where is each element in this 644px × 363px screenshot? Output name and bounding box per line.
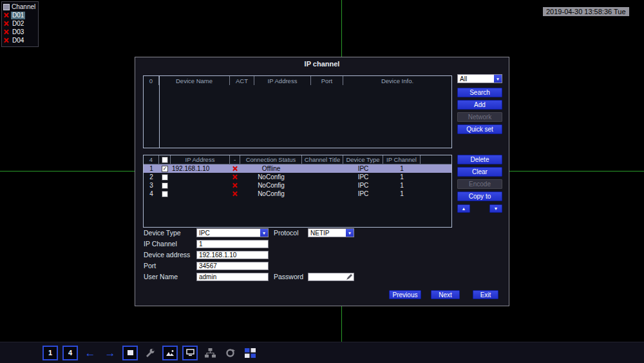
row-checkbox[interactable] bbox=[159, 191, 171, 197]
row-ip-channel: 1 bbox=[383, 173, 421, 181]
channel-item-d01[interactable]: D01 bbox=[3, 11, 37, 19]
col-header-ip-channel: IP Channel bbox=[383, 155, 421, 164]
channel-panel-header: Channel bbox=[3, 3, 37, 11]
display-button[interactable] bbox=[182, 345, 198, 360]
port-label: Port bbox=[144, 262, 156, 270]
user-name-input[interactable] bbox=[196, 273, 269, 281]
password-edit-icon bbox=[346, 274, 352, 280]
channel-item-label: D01 bbox=[11, 12, 25, 19]
table-column-divider bbox=[159, 76, 160, 148]
row-ip-channel: 1 bbox=[383, 165, 421, 172]
col-header-ip-address: IP Address bbox=[254, 76, 311, 85]
move-up-button[interactable]: ▲ bbox=[457, 204, 470, 213]
device-type-value: IPC bbox=[197, 230, 260, 237]
channel-panel: Channel D01 D02 D03 D04 bbox=[1, 1, 39, 47]
status-x-icon bbox=[230, 191, 240, 197]
protocol-dropdown[interactable]: NETIP ▼ bbox=[308, 228, 354, 237]
ip-channel-input[interactable] bbox=[196, 240, 269, 248]
checkbox-icon bbox=[162, 182, 168, 189]
move-down-button[interactable]: ▼ bbox=[489, 204, 502, 213]
add-button[interactable]: Add bbox=[457, 100, 502, 110]
device-list-table: 4 IP Address - Connection Status Channel… bbox=[143, 155, 452, 228]
port-input[interactable] bbox=[196, 262, 269, 270]
multi-window-button[interactable] bbox=[242, 345, 258, 360]
row-number: 4 bbox=[144, 190, 159, 197]
next-channel-button[interactable]: → bbox=[102, 345, 118, 360]
protocol-label: Protocol bbox=[274, 229, 299, 237]
device-row[interactable]: 1 ✓ 192.168.1.10 Offline IPC 1 bbox=[144, 164, 451, 173]
previous-button[interactable]: Previous bbox=[389, 290, 421, 299]
clear-button[interactable]: Clear bbox=[457, 167, 502, 177]
single-screen-button[interactable]: 1 bbox=[43, 345, 58, 360]
delete-button[interactable]: Delete bbox=[457, 155, 502, 164]
col-header-port: Port bbox=[311, 76, 343, 85]
x-icon bbox=[232, 166, 238, 172]
network-button: Network bbox=[457, 112, 502, 122]
quad-screen-button[interactable]: 4 bbox=[62, 345, 78, 360]
col-header-channel-title: Channel Title bbox=[302, 155, 343, 164]
bottom-toolbar: 1 4 ← → bbox=[0, 342, 644, 363]
tools-icon bbox=[145, 348, 155, 358]
device-row[interactable]: 2 NoConfig IPC 1 bbox=[144, 173, 451, 181]
row-checkbox[interactable]: ✓ bbox=[159, 166, 171, 172]
device-row[interactable]: 4 NoConfig IPC 1 bbox=[144, 190, 451, 198]
status-x-icon bbox=[230, 174, 240, 180]
col-header-device-type: Device Type bbox=[343, 155, 383, 164]
row-device-type: IPC bbox=[343, 173, 383, 181]
fullscreen-button[interactable] bbox=[122, 345, 138, 360]
device-address-input[interactable] bbox=[196, 251, 269, 259]
x-icon bbox=[232, 182, 238, 188]
select-all-checkbox[interactable] bbox=[159, 155, 171, 164]
col-header-device-name: Device Name bbox=[159, 76, 230, 85]
quick-set-button[interactable]: Quick set bbox=[457, 124, 502, 134]
row-ip-channel: 1 bbox=[383, 182, 421, 189]
network-button[interactable] bbox=[202, 345, 218, 360]
offline-x-icon bbox=[4, 21, 9, 26]
device-type-label: Device Type bbox=[144, 229, 181, 237]
row-checkbox[interactable] bbox=[159, 182, 171, 189]
ip-channel-label: IP Channel bbox=[144, 240, 177, 248]
search-button[interactable]: Search bbox=[457, 88, 502, 97]
status-x-icon bbox=[230, 166, 240, 172]
row-ip-address: 192.168.1.10 bbox=[171, 165, 230, 172]
copy-to-button[interactable]: Copy to bbox=[457, 191, 502, 201]
checkbox-icon bbox=[162, 191, 168, 197]
row-connection-status: NoConfig bbox=[240, 182, 302, 189]
offline-x-icon bbox=[4, 12, 9, 18]
snapshot-button[interactable] bbox=[162, 345, 178, 360]
channel-item-d04[interactable]: D04 bbox=[3, 36, 37, 44]
quad-screen-icon: 4 bbox=[62, 346, 78, 360]
image-icon bbox=[162, 346, 178, 360]
chevron-down-icon: ▼ bbox=[346, 229, 354, 237]
ip-channel-dialog: IP channel 0 Device Name ACT IP Address … bbox=[135, 57, 509, 306]
channel-panel-title: Channel bbox=[12, 3, 35, 10]
col-header-status-icon: - bbox=[230, 155, 240, 164]
tour-button[interactable] bbox=[222, 345, 238, 360]
device-row[interactable]: 3 NoConfig IPC 1 bbox=[144, 181, 451, 190]
device-type-dropdown[interactable]: IPC ▼ bbox=[196, 228, 269, 237]
tools-button[interactable] bbox=[142, 345, 158, 360]
x-icon bbox=[232, 174, 238, 180]
status-x-icon bbox=[230, 182, 240, 188]
checkbox-checked-icon: ✓ bbox=[162, 166, 168, 172]
row-number: 1 bbox=[144, 165, 159, 172]
channel-item-d02[interactable]: D02 bbox=[3, 19, 37, 28]
search-results-table: 0 Device Name ACT IP Address Port Device… bbox=[143, 75, 452, 148]
chevron-down-icon: ▼ bbox=[494, 75, 502, 83]
col-header-index: 0 bbox=[144, 76, 159, 85]
filter-dropdown[interactable]: All ▼ bbox=[457, 74, 502, 83]
monitor-square-icon bbox=[122, 346, 138, 360]
row-number: 3 bbox=[144, 182, 159, 189]
right-arrow-icon: → bbox=[105, 348, 116, 358]
channel-item-d03[interactable]: D03 bbox=[3, 28, 37, 36]
next-button[interactable]: Next bbox=[431, 290, 460, 299]
row-checkbox[interactable] bbox=[159, 174, 171, 181]
col-header-count: 4 bbox=[144, 155, 159, 164]
col-header-device-info: Device Info. bbox=[343, 76, 451, 85]
exit-button[interactable]: Exit bbox=[473, 290, 498, 299]
previous-channel-button[interactable]: ← bbox=[82, 345, 98, 360]
encode-button: Encode bbox=[457, 179, 502, 189]
offline-x-icon bbox=[4, 29, 9, 35]
user-name-label: User Name bbox=[144, 273, 178, 280]
offline-x-icon bbox=[4, 37, 9, 43]
